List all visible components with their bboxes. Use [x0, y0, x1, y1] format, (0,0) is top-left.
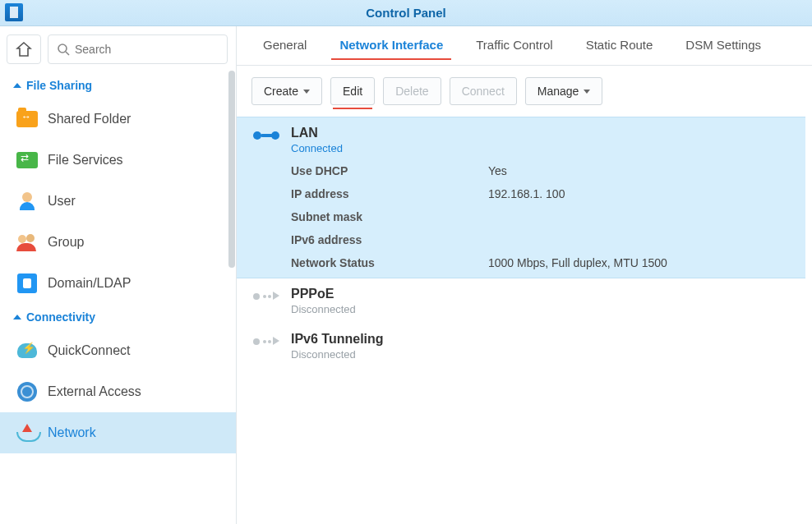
- interface-status: Connected: [291, 142, 794, 154]
- detail-label: Use DHCP: [291, 164, 488, 177]
- section-label: Connectivity: [26, 310, 95, 324]
- lan-connected-icon: [253, 129, 278, 140]
- detail-value: [488, 210, 794, 223]
- sidebar-item-label: Domain/LDAP: [48, 276, 131, 291]
- detail-label: IPv6 address: [291, 233, 488, 246]
- window-title: Control Panel: [366, 6, 446, 20]
- interface-name: LAN: [291, 126, 794, 140]
- button-label: Edit: [343, 85, 362, 98]
- sidebar-item-label: File Services: [48, 153, 123, 168]
- sidebar-item-label: User: [48, 194, 76, 209]
- globe-icon: [17, 382, 37, 402]
- quickconnect-icon: [17, 343, 37, 358]
- interface-status: Disconnected: [291, 303, 794, 315]
- detail-label: IP address: [291, 187, 488, 200]
- section-file-sharing[interactable]: File Sharing: [0, 72, 236, 99]
- sidebar-item-user[interactable]: User: [0, 181, 236, 222]
- detail-label: Subnet mask: [291, 210, 488, 223]
- delete-button[interactable]: Delete: [383, 77, 441, 105]
- content-panel: General Network Interface Traffic Contro…: [237, 26, 812, 524]
- detail-value: 192.168.1. 100: [488, 187, 794, 200]
- detail-value: [488, 233, 794, 246]
- sidebar-item-network[interactable]: Network: [0, 412, 236, 453]
- button-label: Connect: [462, 85, 505, 98]
- toolbar: Create Edit Delete Connect Manage: [237, 66, 812, 117]
- sidebar-item-group[interactable]: Group: [0, 222, 236, 263]
- search-input[interactable]: [75, 43, 219, 56]
- sidebar-item-shared-folder[interactable]: Shared Folder: [0, 99, 236, 140]
- button-label: Create: [264, 85, 298, 98]
- caret-down-icon: [303, 90, 310, 94]
- create-button[interactable]: Create: [251, 77, 322, 105]
- sidebar-item-label: QuickConnect: [48, 343, 131, 358]
- section-connectivity[interactable]: Connectivity: [0, 304, 236, 330]
- interface-lan[interactable]: LAN Connected Use DHCP Yes IP address 19…: [237, 117, 805, 278]
- button-label: Manage: [537, 85, 579, 98]
- home-button[interactable]: [7, 34, 41, 64]
- titlebar: Control Panel: [0, 0, 812, 26]
- caret-down-icon: [584, 90, 590, 94]
- sidebar-item-file-services[interactable]: File Services: [0, 140, 236, 181]
- button-label: Delete: [395, 85, 428, 98]
- tab-dsm-settings[interactable]: DSM Settings: [669, 26, 777, 65]
- manage-button[interactable]: Manage: [525, 77, 603, 105]
- user-icon: [18, 192, 36, 210]
- section-label: File Sharing: [26, 79, 92, 92]
- sidebar-item-external-access[interactable]: External Access: [0, 371, 236, 412]
- detail-label: Network Status: [291, 256, 488, 269]
- svg-line-1: [66, 52, 69, 55]
- sidebar-item-label: Shared Folder: [48, 112, 131, 126]
- search-icon: [57, 43, 70, 56]
- file-services-icon: [16, 152, 38, 168]
- group-icon: [16, 233, 38, 251]
- app-icon: [5, 3, 23, 21]
- tab-network-interface[interactable]: Network Interface: [323, 26, 459, 65]
- interface-ipv6-tunneling[interactable]: IPv6 Tunneling Disconnected: [237, 324, 805, 369]
- sidebar-scrollbar[interactable]: [228, 71, 235, 268]
- domain-icon: [17, 273, 37, 293]
- network-icon: [16, 424, 38, 442]
- interface-name: PPPoE: [291, 287, 794, 301]
- disconnected-icon: [253, 290, 278, 301]
- interface-name: IPv6 Tunneling: [291, 332, 794, 347]
- disconnected-icon: [253, 335, 278, 347]
- sidebar-item-quickconnect[interactable]: QuickConnect: [0, 330, 236, 371]
- tab-bar: General Network Interface Traffic Contro…: [237, 26, 812, 66]
- tab-general[interactable]: General: [247, 26, 323, 65]
- folder-icon: [16, 111, 38, 127]
- sidebar: File Sharing Shared Folder File Services…: [0, 26, 237, 524]
- chevron-up-icon: [13, 315, 21, 319]
- interface-status: Disconnected: [291, 348, 794, 361]
- interface-pppoe[interactable]: PPPoE Disconnected: [237, 278, 805, 324]
- connect-button[interactable]: Connect: [450, 77, 517, 105]
- home-icon: [16, 42, 32, 57]
- svg-point-0: [58, 44, 67, 53]
- chevron-up-icon: [13, 83, 21, 88]
- sidebar-item-domain-ldap[interactable]: Domain/LDAP: [0, 263, 236, 304]
- tab-static-route[interactable]: Static Route: [570, 26, 670, 65]
- sidebar-item-label: Network: [48, 425, 96, 440]
- sidebar-item-label: External Access: [48, 384, 141, 399]
- interface-details: Use DHCP Yes IP address 192.168.1. 100 S…: [291, 164, 794, 269]
- edit-button[interactable]: Edit: [330, 77, 375, 105]
- detail-value: 1000 Mbps, Full duplex, MTU 1500: [488, 256, 794, 269]
- sidebar-item-label: Group: [48, 235, 84, 250]
- tab-traffic-control[interactable]: Traffic Control: [459, 26, 569, 65]
- search-box[interactable]: [48, 34, 228, 64]
- interface-list: LAN Connected Use DHCP Yes IP address 19…: [237, 117, 812, 524]
- detail-value: Yes: [488, 164, 794, 177]
